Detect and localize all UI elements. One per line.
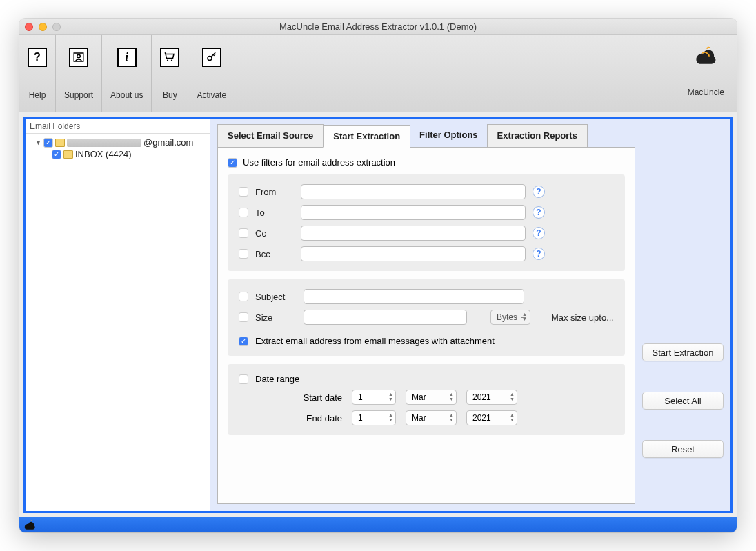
select-all-button[interactable]: Select All: [642, 392, 724, 410]
start-date-label: Start date: [287, 392, 342, 403]
checkbox-size[interactable]: [239, 312, 248, 322]
end-date-row: End date 1▲▼ Mar▲▼ 2021▲▼: [287, 410, 614, 425]
brand-label: MacUncle: [688, 88, 724, 97]
address-filters-section: From ? To ?: [228, 174, 625, 271]
tab-extraction-reports[interactable]: Extraction Reports: [487, 124, 588, 147]
support-icon: [69, 48, 88, 67]
toolbar-buy[interactable]: Buy: [152, 35, 188, 112]
from-label: From: [255, 187, 294, 197]
key-icon: [202, 48, 221, 67]
cc-row: Cc ?: [239, 226, 614, 241]
svg-point-4: [208, 57, 212, 61]
start-date-row: Start date 1▲▼ Mar▲▼ 2021▲▼: [287, 390, 614, 405]
account-suffix: @gmail.com: [143, 137, 193, 148]
brand-icon: [694, 45, 717, 66]
action-buttons: Start Extraction Select All Reset: [642, 124, 724, 504]
sidebar-header: Email Folders: [26, 119, 210, 134]
bcc-row: Bcc ?: [239, 246, 614, 261]
use-filters-row: Use filters for email address extraction: [228, 157, 625, 168]
checkbox-cc[interactable]: [239, 228, 248, 238]
date-range-section: Date range Start date 1▲▼ Mar▲▼ 2021▲▼ E…: [228, 364, 625, 435]
window-title: MacUncle Email Address Extractor v1.0.1 …: [19, 21, 737, 32]
toolbar-about-label: About us: [110, 90, 143, 100]
from-row: From ?: [239, 184, 614, 199]
maximize-window-button[interactable]: [52, 23, 61, 31]
info-icon: i: [117, 48, 137, 67]
folder-tree: ▼ @gmail.com INBOX (4424): [26, 134, 210, 163]
folder-icon: [55, 139, 65, 147]
cart-icon: [160, 48, 179, 67]
reset-button[interactable]: Reset: [642, 440, 724, 458]
traffic-lights: [25, 23, 61, 31]
tree-row-inbox[interactable]: INBOX (4424): [28, 148, 207, 160]
bcc-input[interactable]: [301, 246, 526, 261]
checkbox-bcc[interactable]: [239, 249, 248, 259]
date-range-row: Date range: [239, 374, 614, 384]
end-year-select[interactable]: 2021▲▼: [466, 410, 517, 425]
help-bcc[interactable]: ?: [533, 248, 545, 260]
size-unit-select[interactable]: Bytes▲▼: [490, 310, 530, 325]
help-cc[interactable]: ?: [533, 227, 545, 239]
attachment-row: Extract email address from email message…: [239, 336, 614, 346]
checkbox-account[interactable]: [43, 138, 53, 148]
titlebar: MacUncle Email Address Extractor v1.0.1 …: [19, 19, 737, 35]
size-label: Size: [255, 312, 297, 323]
from-input[interactable]: [301, 184, 526, 199]
checkbox-from[interactable]: [239, 187, 248, 197]
checkbox-inbox[interactable]: [52, 150, 61, 159]
to-input[interactable]: [301, 205, 526, 220]
bcc-label: Bcc: [255, 249, 294, 259]
subject-input[interactable]: [304, 289, 524, 304]
minimize-window-button[interactable]: [39, 23, 47, 31]
start-year-select[interactable]: 2021▲▼: [466, 390, 517, 405]
account-name-redacted: [67, 139, 141, 147]
toolbar-help-label: Help: [29, 90, 46, 100]
brand-icon-small: [23, 519, 36, 530]
date-range-label: Date range: [255, 374, 299, 384]
end-month-select[interactable]: Mar▲▼: [406, 410, 457, 425]
tab-start-extraction[interactable]: Start Extraction: [323, 125, 410, 148]
tab-content: Use filters for email address extraction…: [217, 148, 635, 504]
body: Email Folders ▼ @gmail.com INBOX (4424): [19, 112, 737, 532]
tree-row-account[interactable]: ▼ @gmail.com: [28, 137, 207, 148]
cc-input[interactable]: [301, 226, 526, 241]
close-window-button[interactable]: [25, 23, 33, 31]
toolbar-activate-label: Activate: [197, 90, 226, 100]
start-day-select[interactable]: 1▲▼: [352, 390, 396, 405]
app-window: MacUncle Email Address Extractor v1.0.1 …: [19, 19, 737, 532]
help-icon: ?: [28, 48, 47, 67]
help-from[interactable]: ?: [533, 186, 545, 198]
checkbox-to[interactable]: [239, 208, 248, 217]
status-bar: [19, 517, 737, 532]
brand-area: MacUncle: [678, 35, 734, 112]
to-label: To: [255, 208, 294, 218]
subject-row: Subject: [239, 289, 614, 304]
attachment-label: Extract email address from email message…: [255, 336, 495, 346]
start-month-select[interactable]: Mar▲▼: [406, 390, 457, 405]
svg-point-2: [167, 59, 168, 61]
checkbox-subject[interactable]: [239, 292, 248, 301]
chevron-down-icon[interactable]: ▼: [35, 139, 41, 146]
cc-label: Cc: [255, 228, 294, 239]
toolbar-help[interactable]: ? Help: [22, 35, 56, 112]
checkbox-use-filters[interactable]: [228, 158, 237, 168]
checkbox-date-range[interactable]: [239, 374, 248, 384]
toolbar-activate[interactable]: Activate: [188, 35, 235, 112]
tab-select-source[interactable]: Select Email Source: [217, 124, 324, 147]
checkbox-attachment[interactable]: [239, 337, 248, 346]
end-day-select[interactable]: 1▲▼: [352, 410, 396, 425]
toolbar-support-label: Support: [64, 90, 93, 100]
svg-point-1: [77, 54, 81, 58]
size-input[interactable]: [304, 310, 467, 325]
use-filters-label: Use filters for email address extraction: [243, 157, 395, 168]
toolbar-about[interactable]: i About us: [102, 35, 152, 112]
toolbar-support[interactable]: Support: [56, 35, 102, 112]
help-to[interactable]: ?: [533, 206, 545, 219]
sidebar: Email Folders ▼ @gmail.com INBOX (4424): [26, 119, 210, 511]
tabs: Select Email Source Start Extraction Fil…: [217, 124, 635, 148]
start-extraction-button[interactable]: Start Extraction: [642, 343, 724, 361]
inbox-label: INBOX (4424): [75, 149, 132, 159]
tab-filter-options[interactable]: Filter Options: [410, 124, 488, 147]
size-row: Size Bytes▲▼ Max size upto...: [239, 310, 614, 325]
to-row: To ?: [239, 205, 614, 220]
